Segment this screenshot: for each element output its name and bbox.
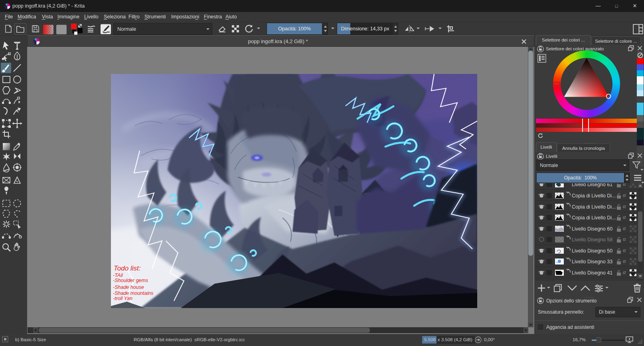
svg-text:-Shade house: -Shade house <box>113 284 144 290</box>
svg-text:-Shade mountains: -Shade mountains <box>113 290 153 296</box>
svg-text:-Shoulder gems: -Shoulder gems <box>113 278 148 283</box>
svg-text:Todo list:: Todo list: <box>114 264 141 272</box>
svg-text:-troll Yan: -troll Yan <box>113 296 132 301</box>
svg-text:-TAil: -TAil <box>113 272 123 278</box>
